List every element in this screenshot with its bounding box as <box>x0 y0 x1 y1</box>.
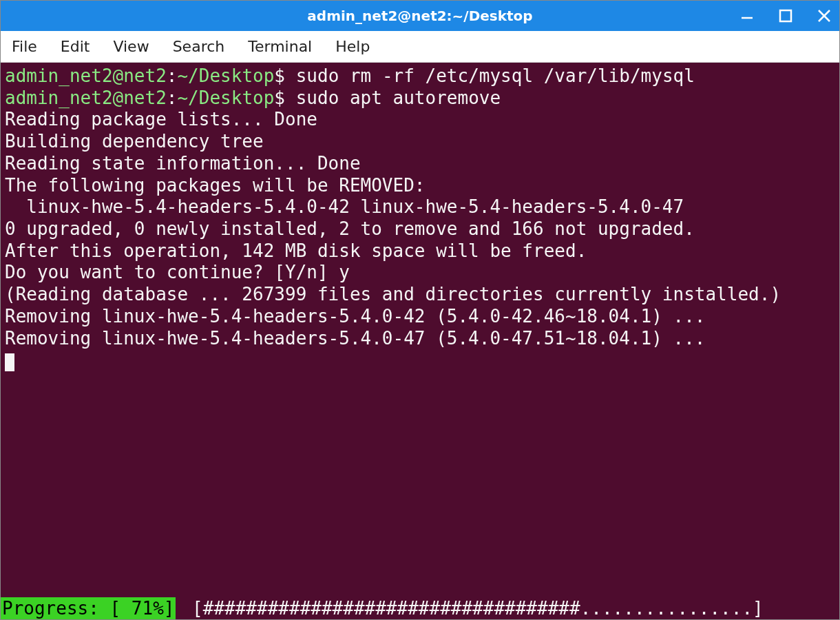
menu-search[interactable]: Search <box>169 35 229 58</box>
menu-view[interactable]: View <box>109 35 153 58</box>
prompt-path: ~/Desktop <box>177 65 274 86</box>
window-title: admin_net2@net2:~/Desktop <box>307 8 532 24</box>
menu-file[interactable]: File <box>8 35 41 58</box>
output-line: The following packages will be REMOVED: <box>5 175 425 196</box>
svg-rect-1 <box>780 10 791 21</box>
output-line: (Reading database ... 267399 files and d… <box>5 284 781 304</box>
terminal-window: admin_net2@net2:~/Desktop File Edit View… <box>0 0 840 620</box>
output-line: Reading state information... Done <box>5 153 361 174</box>
progress-bar: Progress: [ 71%] [######################… <box>1 597 839 619</box>
output-line: 0 upgraded, 0 newly installed, 2 to remo… <box>5 218 695 239</box>
close-button[interactable] <box>815 6 834 25</box>
output-line: Do you want to continue? [Y/n] y <box>5 262 350 282</box>
prompt-user: admin_net2@net2 <box>5 87 167 108</box>
window-controls <box>737 1 834 31</box>
command-2: sudo apt autoremove <box>296 87 501 108</box>
command-1: sudo rm -rf /etc/mysql /var/lib/mysql <box>296 65 695 86</box>
menu-terminal[interactable]: Terminal <box>244 35 316 58</box>
menubar: File Edit View Search Terminal Help <box>1 31 839 63</box>
menu-edit[interactable]: Edit <box>56 35 94 58</box>
progress-bar-chars: [###################################....… <box>176 597 763 619</box>
output-line: linux-hwe-5.4-headers-5.4.0-42 linux-hwe… <box>5 196 684 217</box>
output-line: Building dependency tree <box>5 131 264 152</box>
prompt-sep: : <box>167 87 178 108</box>
titlebar: admin_net2@net2:~/Desktop <box>1 1 839 31</box>
prompt-user: admin_net2@net2 <box>5 65 167 86</box>
prompt-sep: : <box>167 65 178 86</box>
minimize-button[interactable] <box>737 6 757 25</box>
terminal-content[interactable]: admin_net2@net2:~/Desktop$ sudo rm -rf /… <box>5 65 835 371</box>
output-line: Reading package lists... Done <box>5 109 317 130</box>
output-line: Removing linux-hwe-5.4-headers-5.4.0-47 … <box>5 328 705 349</box>
output-line: After this operation, 142 MB disk space … <box>5 240 587 261</box>
prompt-path: ~/Desktop <box>177 87 274 108</box>
cursor <box>5 353 14 371</box>
terminal-viewport[interactable]: admin_net2@net2:~/Desktop$ sudo rm -rf /… <box>1 63 839 619</box>
menu-help[interactable]: Help <box>331 35 374 58</box>
progress-label: Progress: [ 71%] <box>1 597 176 619</box>
prompt-end: $ <box>274 65 295 86</box>
output-line: Removing linux-hwe-5.4-headers-5.4.0-42 … <box>5 306 705 327</box>
maximize-button[interactable] <box>776 6 795 25</box>
prompt-end: $ <box>274 87 295 108</box>
